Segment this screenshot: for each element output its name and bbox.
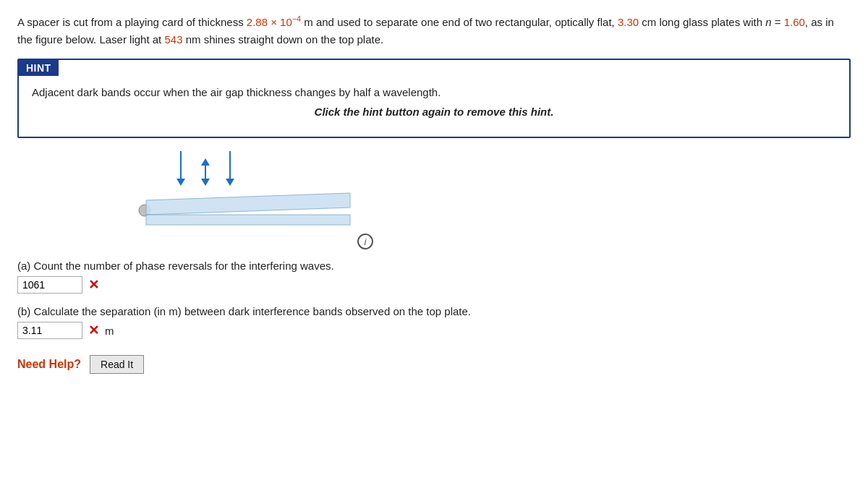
laser-arrows bbox=[176, 151, 234, 186]
hint-dismiss-text: Click the hint button again to remove th… bbox=[32, 106, 836, 118]
hint-body-text: Adjacent dark bands occur when the air g… bbox=[32, 86, 836, 98]
arrow-2 bbox=[201, 158, 210, 186]
question-b-answer-row: ✕ m bbox=[17, 322, 851, 339]
question-b-wrong-mark: ✕ bbox=[88, 322, 99, 338]
svg-rect-2 bbox=[146, 215, 350, 225]
problem-statement: A spacer is cut from a playing card of t… bbox=[17, 13, 851, 48]
thickness-exp-label: −4 bbox=[292, 16, 301, 28]
question-a-input[interactable] bbox=[17, 276, 82, 294]
n-label: n bbox=[765, 16, 771, 28]
read-it-button[interactable]: Read It bbox=[90, 355, 144, 374]
glass-wedge-figure bbox=[133, 187, 365, 229]
question-b-section: (b) Calculate the separation (in m) betw… bbox=[17, 305, 851, 339]
n-value: 1.60 bbox=[784, 16, 805, 28]
question-b-input[interactable] bbox=[17, 322, 82, 339]
info-icon[interactable]: i bbox=[357, 234, 373, 249]
problem-text-mid1: m and used to separate one end of two re… bbox=[301, 16, 618, 28]
need-help-row: Need Help? Read It bbox=[17, 355, 851, 374]
question-b-label: (b) Calculate the separation (in m) betw… bbox=[17, 305, 851, 317]
length-value: 3.30 bbox=[618, 16, 639, 28]
problem-text-mid5: nm shines straight down on the top plate… bbox=[183, 33, 384, 46]
question-a-section: (a) Count the number of phase reversals … bbox=[17, 260, 851, 294]
hint-header[interactable]: HINT bbox=[19, 60, 59, 76]
question-b-unit: m bbox=[105, 325, 114, 337]
question-a-label: (a) Count the number of phase reversals … bbox=[17, 260, 851, 272]
problem-text-mid2: cm long glass plates with bbox=[639, 16, 765, 28]
thickness-value: 2.88 × 10 bbox=[247, 16, 292, 28]
arrow-3 bbox=[226, 151, 234, 186]
svg-marker-1 bbox=[146, 193, 350, 215]
problem-text-mid3: = bbox=[772, 16, 784, 28]
need-help-label: Need Help? bbox=[17, 358, 81, 371]
problem-text-prefix: A spacer is cut from a playing card of t… bbox=[17, 16, 247, 28]
question-a-wrong-mark: ✕ bbox=[88, 277, 99, 293]
arrow-1 bbox=[176, 151, 185, 186]
wavelength-value: 543 bbox=[164, 33, 182, 46]
hint-box: HINT Adjacent dark bands occur when the … bbox=[17, 59, 851, 138]
question-a-answer-row: ✕ bbox=[17, 276, 851, 294]
hint-content: Adjacent dark bands occur when the air g… bbox=[19, 76, 849, 137]
